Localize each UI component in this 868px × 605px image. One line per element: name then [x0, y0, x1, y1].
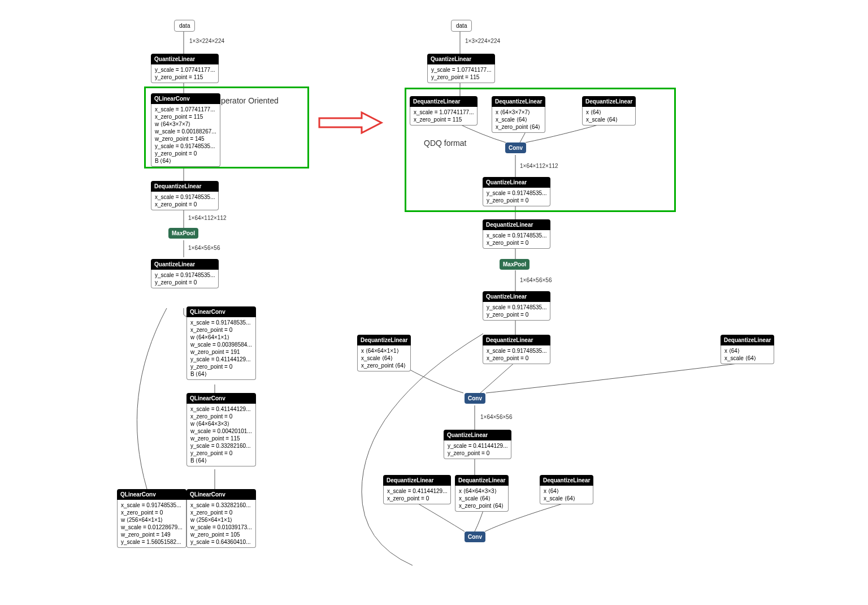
- node-data-right[interactable]: data: [451, 20, 472, 32]
- node-title: DequantizeLinear: [410, 96, 478, 107]
- node-label: data: [456, 23, 467, 29]
- node-title: DequantizeLinear: [721, 335, 774, 345]
- node-dequantize-linear[interactable]: DequantizeLinear x_scale = 0.41144129...…: [383, 475, 451, 504]
- node-qlinearconv[interactable]: QLinearConv x_scale = 0.91748535... x_ze…: [186, 306, 256, 380]
- node-dequantize-linear[interactable]: DequantizeLinear x_scale = 1.07741177...…: [410, 96, 478, 126]
- annotation-operator-oriented: Operator Oriented: [215, 96, 279, 105]
- transform-arrow-icon: [316, 110, 384, 135]
- node-body: x ⟨64×64×1×1⟩ x_scale ⟨64⟩ x_zero_point …: [357, 345, 411, 371]
- node-body: x_scale = 1.07741177... x_zero_point = 1…: [151, 104, 220, 167]
- node-title: QLinearConv: [186, 489, 256, 500]
- node-dequantize-linear[interactable]: DequantizeLinear x ⟨64⟩ x_scale ⟨64⟩: [540, 475, 593, 504]
- node-body: y_scale = 0.41144129... y_zero_point = 0: [444, 440, 511, 459]
- node-label: data: [179, 23, 190, 29]
- node-title: QLinearConv: [151, 93, 220, 104]
- edge-label: 1×64×56×56: [520, 277, 552, 283]
- node-quantize-linear[interactable]: QuantizeLinear y_scale = 1.07741177... y…: [427, 54, 495, 83]
- node-body: x_scale = 0.91748535... x_zero_point = 0…: [117, 500, 186, 548]
- node-title: Conv: [505, 142, 526, 153]
- node-conv[interactable]: Conv: [465, 531, 485, 542]
- node-title: DequantizeLinear: [357, 335, 411, 345]
- node-quantize-linear[interactable]: QuantizeLinear y_scale = 0.91748535... y…: [151, 259, 219, 288]
- node-body: x ⟨64×64×3×3⟩ x_scale ⟨64⟩ x_zero_point …: [455, 486, 509, 512]
- node-title: DequantizeLinear: [483, 335, 550, 345]
- node-title: DequantizeLinear: [492, 96, 545, 107]
- node-title: DequantizeLinear: [582, 96, 636, 107]
- edge-label: 1×3×224×224: [465, 38, 500, 44]
- node-title: QuantizeLinear: [151, 54, 219, 64]
- node-dequantize-linear[interactable]: DequantizeLinear x_scale = 0.91748535...…: [483, 335, 550, 364]
- node-qlinearconv[interactable]: QLinearConv x_scale = 0.41144129... x_ze…: [186, 393, 256, 466]
- node-title: QuantizeLinear: [483, 291, 550, 302]
- node-title: DequantizeLinear: [540, 475, 593, 486]
- node-maxpool[interactable]: MaxPool: [168, 228, 198, 239]
- node-title: MaxPool: [168, 228, 198, 239]
- node-body: x_scale = 0.33282160... x_zero_point = 0…: [186, 500, 256, 548]
- node-title: QLinearConv: [117, 489, 186, 500]
- node-quantize-linear[interactable]: QuantizeLinear y_scale = 0.91748535... y…: [483, 291, 550, 321]
- node-dequantize-linear[interactable]: DequantizeLinear x_scale = 0.91748535...…: [483, 219, 550, 249]
- node-title: QuantizeLinear: [427, 54, 495, 64]
- annotation-qdq: QDQ format: [424, 139, 466, 148]
- node-title: DequantizeLinear: [383, 475, 451, 486]
- node-body: x_scale = 0.41144129... x_zero_point = 0: [383, 486, 451, 504]
- node-dequantize-linear[interactable]: DequantizeLinear x ⟨64⟩ x_scale ⟨64⟩: [721, 335, 774, 364]
- node-quantize-linear[interactable]: QuantizeLinear y_scale = 0.41144129... y…: [444, 430, 511, 459]
- node-quantize-linear[interactable]: QuantizeLinear y_scale = 1.07741177... y…: [151, 54, 219, 83]
- node-dequantize-linear[interactable]: DequantizeLinear x ⟨64×64×3×3⟩ x_scale ⟨…: [455, 475, 509, 512]
- node-title: QLinearConv: [186, 306, 256, 317]
- node-qlinearconv[interactable]: QLinearConv x_scale = 0.33282160... x_ze…: [186, 489, 256, 548]
- node-qlinearconv[interactable]: QLinearConv x_scale = 0.91748535... x_ze…: [117, 489, 186, 548]
- node-title: MaxPool: [500, 259, 530, 270]
- node-title: DequantizeLinear: [455, 475, 509, 486]
- node-body: x ⟨64⟩ x_scale ⟨64⟩: [721, 345, 774, 364]
- node-body: x_scale = 0.41144129... x_zero_point = 0…: [186, 404, 256, 466]
- node-body: y_scale = 0.91748535... y_zero_point = 0: [483, 302, 550, 321]
- node-body: x ⟨64⟩ x_scale ⟨64⟩: [582, 107, 636, 126]
- node-title: QuantizeLinear: [151, 259, 219, 270]
- node-dequantize-linear[interactable]: DequantizeLinear x ⟨64⟩ x_scale ⟨64⟩: [582, 96, 636, 126]
- node-body: x_scale = 0.91748535... x_zero_point = 0: [483, 345, 550, 364]
- node-body: x_scale = 0.91748535... x_zero_point = 0…: [186, 317, 256, 380]
- node-body: y_scale = 0.91748535... y_zero_point = 0: [483, 188, 550, 206]
- node-body: y_scale = 0.91748535... y_zero_point = 0: [151, 270, 219, 288]
- node-title: Conv: [465, 531, 485, 542]
- node-title: Conv: [465, 393, 485, 404]
- node-body: x_scale = 1.07741177... x_zero_point = 1…: [410, 107, 478, 126]
- node-data-left[interactable]: data: [174, 20, 195, 32]
- edge-label: 1×64×112×112: [188, 215, 227, 221]
- node-title: QuantizeLinear: [444, 430, 511, 440]
- node-dequantize-linear[interactable]: DequantizeLinear x_scale = 0.91748535...…: [151, 181, 219, 210]
- node-qlinearconv[interactable]: QLinearConv x_scale = 1.07741177... x_ze…: [151, 93, 220, 167]
- node-dequantize-linear[interactable]: DequantizeLinear x ⟨64×3×7×7⟩ x_scale ⟨6…: [492, 96, 545, 133]
- node-title: QLinearConv: [186, 393, 256, 404]
- node-body: x_scale = 0.91748535... x_zero_point = 0: [483, 230, 550, 249]
- edge-label: 1×3×224×224: [189, 38, 224, 44]
- node-title: QuantizeLinear: [483, 177, 550, 188]
- node-body: y_scale = 1.07741177... y_zero_point = 1…: [151, 64, 219, 83]
- node-body: x ⟨64×3×7×7⟩ x_scale ⟨64⟩ x_zero_point ⟨…: [492, 107, 545, 133]
- node-body: x ⟨64⟩ x_scale ⟨64⟩: [540, 486, 593, 504]
- node-conv[interactable]: Conv: [505, 142, 526, 153]
- node-body: x_scale = 0.91748535... x_zero_point = 0: [151, 192, 219, 210]
- node-dequantize-linear[interactable]: DequantizeLinear x ⟨64×64×1×1⟩ x_scale ⟨…: [357, 335, 411, 371]
- node-title: DequantizeLinear: [483, 219, 550, 230]
- node-quantize-linear[interactable]: QuantizeLinear y_scale = 0.91748535... y…: [483, 177, 550, 206]
- node-maxpool[interactable]: MaxPool: [500, 259, 530, 270]
- node-conv[interactable]: Conv: [465, 393, 485, 404]
- edge-label: 1×64×56×56: [480, 414, 512, 420]
- edge-label: 1×64×112×112: [520, 163, 558, 169]
- edge-label: 1×64×56×56: [188, 245, 220, 251]
- node-title: DequantizeLinear: [151, 181, 219, 192]
- node-body: y_scale = 1.07741177... y_zero_point = 1…: [427, 64, 495, 83]
